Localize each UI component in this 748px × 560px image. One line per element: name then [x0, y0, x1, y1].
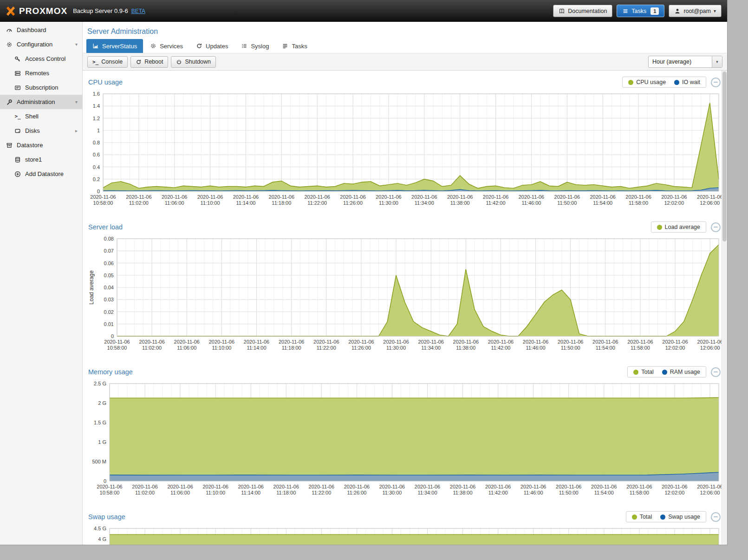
sidebar-item-configuration[interactable]: Configuration ▾	[0, 37, 82, 52]
svg-text:2020-11-06: 2020-11-06	[340, 194, 365, 200]
svg-text:0: 0	[97, 189, 100, 194]
svg-text:2020-11-06: 2020-11-06	[591, 484, 617, 489]
header-actions: Documentation Tasks 1 root@pam ▾	[553, 5, 722, 17]
tasks-button[interactable]: Tasks 1	[617, 5, 664, 17]
svg-text:2020-11-06: 2020-11-06	[209, 339, 234, 345]
tab-label: Syslog	[251, 43, 269, 50]
archive-box-icon	[6, 142, 13, 149]
svg-text:2020-11-06: 2020-11-06	[376, 194, 401, 200]
sidebar-item-dashboard[interactable]: Dashboard	[0, 23, 82, 37]
caret-down-icon: ▾	[75, 42, 78, 47]
tab-syslog[interactable]: Syslog	[235, 39, 275, 53]
svg-text:0.01: 0.01	[104, 321, 114, 327]
svg-text:1.4: 1.4	[93, 103, 100, 109]
tasks-label: Tasks	[631, 8, 646, 14]
svg-text:2020-11-06: 2020-11-06	[197, 194, 223, 200]
svg-text:11:06:00: 11:06:00	[165, 200, 184, 206]
svg-text:0.02: 0.02	[104, 309, 114, 315]
sidebar-item-disks[interactable]: Disks ▸	[0, 124, 82, 138]
sidebar-item-add-datastore[interactable]: Add Datastore	[0, 167, 82, 181]
collapse-panel-button[interactable]	[711, 78, 721, 87]
sidebar-item-remotes[interactable]: Remotes	[0, 66, 82, 80]
svg-text:11:58:00: 11:58:00	[629, 200, 648, 206]
svg-text:11:42:00: 11:42:00	[486, 200, 506, 206]
reboot-button[interactable]: Reboot	[130, 56, 168, 68]
console-label: Console	[101, 59, 123, 65]
svg-text:11:38:00: 11:38:00	[453, 490, 473, 495]
svg-text:11:18:00: 11:18:00	[272, 200, 291, 206]
sidebar-item-store1[interactable]: store1	[0, 152, 82, 167]
svg-text:2020-11-06: 2020-11-06	[411, 194, 437, 200]
svg-text:11:30:00: 11:30:00	[379, 200, 398, 206]
svg-text:0.06: 0.06	[104, 260, 114, 266]
sidebar-item-label: Dashboard	[17, 26, 46, 33]
tab-services[interactable]: Services	[144, 39, 189, 53]
shutdown-button[interactable]: Shutdown	[171, 56, 216, 68]
svg-text:11:34:00: 11:34:00	[421, 345, 441, 351]
svg-text:12:06:00: 12:06:00	[700, 345, 720, 351]
svg-text:11:50:00: 11:50:00	[559, 490, 579, 495]
sidebar-item-label: Access Control	[25, 55, 65, 62]
svg-text:2020-11-06: 2020-11-06	[244, 339, 269, 345]
panel-title: Server load	[88, 223, 123, 231]
svg-text:2020-11-06: 2020-11-06	[126, 194, 151, 200]
remotes-icon	[14, 70, 21, 77]
gears-icon	[6, 41, 13, 48]
caret-down-icon: ▾	[75, 99, 78, 104]
refresh-icon	[196, 43, 202, 49]
svg-text:2020-11-06: 2020-11-06	[174, 339, 200, 345]
documentation-button[interactable]: Documentation	[553, 5, 612, 17]
timeframe-value: Hour (average)	[649, 56, 712, 67]
swap-usage-chart: 0500 M1 G1.5 G2 G2.5 G3 G3.5 G4 G4.5 G20…	[87, 525, 722, 545]
tab-serverstatus[interactable]: ServerStatus	[86, 39, 143, 53]
tab-bar: ServerStatus Services Updates Syslog Tas…	[83, 39, 727, 53]
tab-label: Updates	[206, 43, 228, 50]
collapse-panel-button[interactable]	[711, 512, 721, 522]
memory-usage-panel: Memory usage Total RAM usage	[87, 364, 722, 501]
legend-dot	[632, 514, 637, 520]
tab-updates[interactable]: Updates	[190, 39, 234, 53]
vertical-scrollbar[interactable]	[722, 71, 727, 545]
sidebar-item-administration[interactable]: Administration ▾	[0, 95, 82, 109]
svg-text:2020-11-06: 2020-11-06	[202, 484, 228, 489]
svg-text:2020-11-06: 2020-11-06	[279, 339, 304, 345]
sidebar-item-subscription[interactable]: Subscription	[0, 80, 82, 95]
svg-text:12:06:00: 12:06:00	[700, 490, 720, 495]
user-menu-button[interactable]: root@pam ▾	[669, 5, 722, 17]
collapse-panel-button[interactable]	[711, 222, 721, 232]
list-icon	[241, 43, 247, 49]
timeframe-select[interactable]: Hour (average) ▾	[648, 56, 722, 68]
svg-text:2020-11-06: 2020-11-06	[662, 484, 687, 489]
scrollbar-thumb[interactable]	[722, 72, 727, 241]
chevron-down-icon[interactable]: ▾	[712, 56, 722, 67]
svg-text:11:42:00: 11:42:00	[491, 345, 510, 351]
console-button[interactable]: >_ Console	[87, 56, 128, 68]
chart-legend: Total RAM usage	[627, 366, 706, 378]
svg-text:11:02:00: 11:02:00	[129, 200, 149, 206]
panel-header: Memory usage Total RAM usage	[87, 364, 722, 380]
svg-text:2020-11-06: 2020-11-06	[590, 194, 615, 200]
svg-text:2020-11-06: 2020-11-06	[313, 339, 339, 345]
caret-right-icon: ▸	[75, 128, 78, 133]
svg-text:11:54:00: 11:54:00	[594, 490, 614, 495]
svg-text:11:30:00: 11:30:00	[386, 345, 406, 351]
sidebar-item-shell[interactable]: >_ Shell	[0, 109, 82, 124]
collapse-panel-button[interactable]	[711, 367, 721, 377]
svg-text:4.5 G: 4.5 G	[94, 526, 106, 531]
svg-text:2020-11-06: 2020-11-06	[662, 339, 688, 345]
svg-text:2020-11-06: 2020-11-06	[450, 484, 475, 489]
sidebar-item-access-control[interactable]: Access Control	[0, 52, 82, 66]
svg-text:11:46:00: 11:46:00	[521, 200, 541, 206]
svg-text:11:14:00: 11:14:00	[241, 490, 260, 495]
cpu-usage-chart: 00.20.40.60.811.21.41.62020-11-0610:58:0…	[87, 90, 722, 212]
svg-text:11:30:00: 11:30:00	[382, 490, 402, 495]
beta-link[interactable]: BETA	[131, 8, 145, 14]
sidebar-item-label: Subscription	[25, 84, 59, 91]
tab-tasks[interactable]: Tasks	[276, 39, 313, 53]
hard-drive-icon	[14, 128, 21, 134]
sidebar-item-datastore[interactable]: Datastore	[0, 138, 82, 152]
sidebar-item-label: Add Datastore	[25, 170, 64, 177]
svg-text:11:18:00: 11:18:00	[282, 345, 301, 351]
svg-text:2020-11-06: 2020-11-06	[697, 194, 722, 200]
svg-text:2.5 G: 2.5 G	[94, 381, 106, 386]
